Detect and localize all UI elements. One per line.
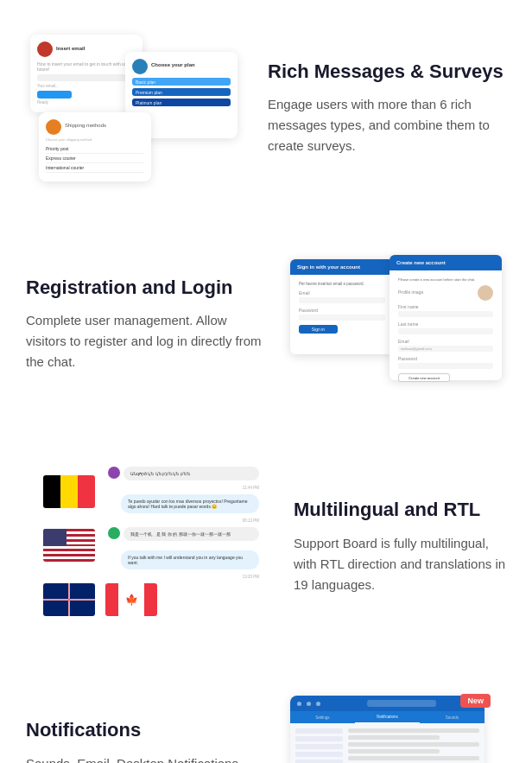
lastname-input bbox=[398, 328, 493, 334]
topbar-dot-1 bbox=[297, 702, 301, 706]
chat-row-1: Անգործ կ'ե կ'ե բ'բ'ե կ'ե բ'ե'ե 11:44 PM bbox=[108, 467, 259, 490]
content-row-3 bbox=[348, 742, 479, 747]
chat-avatar-1 bbox=[108, 467, 120, 479]
registration-image: Sign in with your account Per favore ins… bbox=[282, 251, 506, 397]
reg-mockup: Sign in with your account Per favore ins… bbox=[282, 251, 506, 397]
signin-header: Sign in with your account bbox=[290, 259, 394, 275]
rich-messages-desc: Engage users with more than 6 rich messa… bbox=[268, 94, 506, 156]
avatar-icon-2 bbox=[46, 119, 61, 135]
bubble-wrap-1: Անգործ կ'ե կ'ե բ'բ'ե կ'ե բ'ե'ե 11:44 PM bbox=[124, 467, 259, 490]
firstname-label: First name bbox=[398, 304, 493, 309]
shipping-card: Shipping methods Choose your shipping me… bbox=[39, 112, 151, 181]
url-bar bbox=[367, 700, 436, 707]
notif-body bbox=[290, 723, 484, 763]
plan-premium: Premium plan bbox=[132, 88, 231, 96]
content-row-4 bbox=[348, 749, 440, 753]
create-header: Create new account bbox=[390, 255, 502, 270]
multilingual-title: Multilingual and RTL bbox=[294, 498, 506, 523]
avatar-blue-icon bbox=[132, 59, 148, 74]
tab-sounds[interactable]: Sounds bbox=[420, 711, 484, 723]
profile-image-label: Profile image bbox=[398, 289, 423, 295]
create-account-button[interactable]: Create new account bbox=[398, 373, 450, 382]
email-btn bbox=[37, 91, 72, 99]
chat-time-1: 11:44 PM bbox=[124, 486, 259, 490]
usa-flag bbox=[43, 529, 95, 562]
notif-mockup: Settings Notifications Sounds bbox=[290, 696, 497, 763]
create-account-card: Create new account Please create a new a… bbox=[390, 255, 502, 380]
chat-bubble-3: 我是一个机、是 我 你 的 那就一你一就一那一就一那 bbox=[124, 527, 259, 541]
plan-basic: Basic plan bbox=[132, 78, 231, 86]
multi-mockup: 🍁 Անգործ կ'ե կ'ե բ'բ'ե կ'ե բ'ե'ե 11:44 P… bbox=[26, 467, 276, 626]
registration-desc: Complete user management. Allow visitors… bbox=[26, 310, 264, 372]
email-label: Email bbox=[299, 290, 385, 296]
password-label: Password bbox=[299, 308, 385, 313]
email-input-bar bbox=[37, 74, 136, 81]
canada-flag: 🍁 bbox=[105, 583, 157, 616]
email-hint: How to insert your email to get in touch… bbox=[37, 61, 136, 72]
notif-topbar bbox=[290, 696, 484, 711]
email-create-input: melissa@gmail.com bbox=[398, 346, 493, 352]
multilingual-text: Multilingual and RTL Support Board is fu… bbox=[294, 498, 506, 595]
chat-row-2: Te puedo ayudar con los mas diversos pro… bbox=[108, 494, 259, 523]
chat-time-4: 13:20 PM bbox=[108, 575, 259, 579]
notif-content-area bbox=[348, 728, 479, 763]
signin-button[interactable]: Sign in bbox=[299, 325, 338, 334]
profile-avatar bbox=[478, 285, 493, 301]
notifications-image: Settings Notifications Sounds bbox=[282, 696, 506, 763]
topbar-url bbox=[326, 700, 478, 707]
create-hint: Please create a new account before start… bbox=[398, 277, 493, 282]
shipping-option-2: Express courier bbox=[46, 154, 144, 163]
sidebar-item-3 bbox=[295, 744, 343, 749]
belgium-yellow bbox=[60, 475, 78, 508]
sidebar-item-1 bbox=[295, 728, 343, 734]
canada-right bbox=[144, 583, 157, 616]
belgium-flag bbox=[43, 475, 95, 508]
new-badge: New bbox=[460, 694, 491, 708]
section-multilingual: 🍁 Անգործ կ'ե կ'ե բ'բ'ե կ'ե բ'ե'ե 11:44 P… bbox=[0, 432, 532, 661]
content-row-1 bbox=[348, 728, 479, 733]
plan-platinum: Platinum plan bbox=[132, 99, 231, 106]
chat-avatar-3 bbox=[108, 527, 120, 539]
notifications-title: Notifications bbox=[26, 718, 264, 743]
tab-notifications[interactable]: Notifications bbox=[355, 711, 420, 723]
shipping-title: Shipping methods bbox=[65, 123, 106, 128]
email-value: melissa@gmail.com bbox=[401, 347, 432, 351]
chat-bubble-4: If you talk with me I will understand yo… bbox=[121, 550, 259, 569]
rich-messages-image: Insert email How to insert your email to… bbox=[26, 35, 250, 181]
chat-row-4: If you talk with me I will understand yo… bbox=[108, 550, 259, 579]
shipping-option-3: International courier bbox=[46, 163, 144, 173]
notif-sidebar bbox=[295, 728, 343, 763]
topbar-dot-3 bbox=[316, 702, 320, 706]
signin-hint: Per favore inserisci email e password. bbox=[299, 282, 385, 286]
chat-bubble-2: Te puedo ayudar con los mas diversos pro… bbox=[121, 494, 259, 513]
section-rich-messages: Insert email How to insert your email to… bbox=[0, 0, 532, 216]
section-notifications: Settings Notifications Sounds bbox=[0, 661, 532, 763]
chat-bubbles-area: Անգործ կ'ե կ'ե բ'բ'ե կ'ե բ'ե'ե 11:44 PM … bbox=[108, 467, 259, 583]
notifications-text: Notifications Sounds, Email, Desktop Not… bbox=[26, 718, 264, 763]
card-label: Insert email bbox=[56, 46, 85, 51]
australia-flag bbox=[43, 583, 95, 616]
section-registration: Sign in with your account Per favore ins… bbox=[0, 216, 532, 432]
firstname-input bbox=[398, 311, 493, 317]
sidebar-item-5 bbox=[295, 760, 343, 763]
rich-mockup: Insert email How to insert your email to… bbox=[30, 35, 246, 181]
tab-settings[interactable]: Settings bbox=[290, 711, 355, 723]
rich-messages-text: Rich Messages & Surveys Engage users wit… bbox=[268, 60, 506, 157]
bubble-wrap-3: 我是一个机、是 我 你 的 那就一你一就一那一就一那 bbox=[124, 527, 259, 546]
chat-bubble-1: Անգործ կ'ե կ'ե բ'բ'ե կ'ե բ'ե'ե bbox=[124, 467, 259, 480]
password-create-input bbox=[398, 363, 493, 369]
multilingual-desc: Support Board is fully multilingual, wit… bbox=[294, 533, 506, 595]
chat-time-2: 06:13 PM bbox=[108, 518, 259, 523]
content-row-2 bbox=[348, 735, 440, 740]
vline-red bbox=[69, 583, 70, 616]
email-placeholder: Your email... bbox=[37, 84, 136, 88]
chat-row-3: 我是一个机、是 我 你 的 那就一你一就一那一就一那 bbox=[108, 527, 259, 546]
usa-canton bbox=[43, 529, 66, 546]
notif-screen: Settings Notifications Sounds bbox=[290, 696, 484, 763]
australia-pattern bbox=[43, 583, 95, 616]
rich-messages-title: Rich Messages & Surveys bbox=[268, 60, 506, 85]
registration-title: Registration and Login bbox=[26, 276, 264, 301]
email-create-label: Email bbox=[398, 339, 493, 344]
password-field-input bbox=[299, 315, 385, 321]
sidebar-item-4 bbox=[295, 752, 343, 757]
